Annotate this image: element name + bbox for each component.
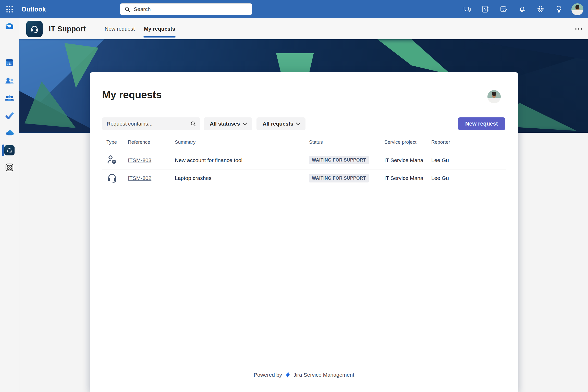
status-badge: WAITING FOR SUPPORT bbox=[309, 156, 369, 164]
notifications-bell-icon bbox=[518, 5, 526, 13]
status-filter-value: All statuses bbox=[210, 121, 240, 127]
jira-service-management-label: Jira Service Management bbox=[293, 372, 354, 378]
request-filter-box bbox=[102, 117, 200, 130]
outlook-mail-icon bbox=[5, 22, 14, 31]
notifications-button[interactable] bbox=[513, 0, 531, 18]
tips-button[interactable] bbox=[550, 0, 568, 18]
status-badge: WAITING FOR SUPPORT bbox=[309, 174, 369, 182]
onenote-icon bbox=[481, 5, 489, 13]
active-app-indicator bbox=[2, 144, 4, 156]
table-header-row: Type Reference Summary Status Service pr… bbox=[102, 133, 506, 151]
global-search-input[interactable] bbox=[134, 6, 248, 12]
new-request-button[interactable]: New request bbox=[458, 117, 505, 130]
app-sidebar bbox=[0, 18, 19, 392]
service-project-cell: IT Service Manage bbox=[384, 175, 423, 181]
it-support-headset-app-icon bbox=[4, 145, 15, 155]
chat-button[interactable] bbox=[458, 0, 476, 18]
people-icon bbox=[5, 76, 14, 85]
tasks-button[interactable] bbox=[495, 0, 513, 18]
header-tabs: New request My requests bbox=[95, 18, 175, 39]
search-icon bbox=[190, 120, 196, 127]
request-reference-link[interactable]: ITSM-803 bbox=[128, 157, 175, 163]
reporter-cell: Lee Gu bbox=[431, 157, 506, 163]
outlook-top-bar: Outlook bbox=[0, 0, 588, 18]
tips-lightbulb-icon bbox=[555, 5, 563, 13]
tab-my-requests[interactable]: My requests bbox=[144, 18, 175, 39]
reporter-cell: Lee Gu bbox=[431, 175, 506, 181]
col-reference: Reference bbox=[128, 139, 175, 145]
app-launcher-button[interactable] bbox=[0, 0, 19, 18]
profile-avatar bbox=[571, 3, 583, 15]
global-search-box[interactable] bbox=[120, 3, 252, 15]
table-row: ITSM-803 New account for finance tool WA… bbox=[102, 151, 506, 169]
powered-by-label: Powered by bbox=[254, 372, 282, 378]
headset-icon bbox=[106, 172, 128, 184]
request-filter-input[interactable] bbox=[107, 121, 190, 127]
settings-button[interactable] bbox=[531, 0, 550, 18]
sidebar-item-more-apps[interactable] bbox=[0, 161, 19, 174]
col-status: Status bbox=[309, 139, 384, 145]
it-support-app-icon bbox=[26, 21, 43, 37]
chevron-down-icon bbox=[296, 122, 300, 125]
more-options-button[interactable] bbox=[575, 18, 582, 39]
onenote-button[interactable] bbox=[476, 0, 495, 18]
sidebar-item-groups[interactable] bbox=[0, 92, 19, 105]
topbar-actions bbox=[458, 0, 586, 18]
table-row: ITSM-802 Laptop crashes WAITING FOR SUPP… bbox=[102, 169, 506, 187]
sidebar-item-it-support[interactable] bbox=[0, 144, 19, 157]
request-type-filter-dropdown[interactable]: All requests bbox=[256, 117, 305, 130]
jira-logo-icon bbox=[284, 371, 291, 378]
calendar-icon bbox=[5, 58, 14, 67]
table-empty-area bbox=[102, 187, 506, 224]
sidebar-item-mail[interactable] bbox=[0, 20, 19, 33]
page-title: IT Support bbox=[49, 25, 86, 33]
profile-button[interactable] bbox=[568, 0, 586, 18]
card-title: My requests bbox=[102, 89, 162, 101]
service-project-cell: IT Service Manage bbox=[384, 157, 423, 163]
sidebar-item-people[interactable] bbox=[0, 74, 19, 87]
col-reporter: Reporter bbox=[431, 139, 506, 145]
more-apps-icon bbox=[5, 163, 14, 172]
sidebar-item-todo[interactable] bbox=[0, 109, 19, 122]
search-icon bbox=[124, 6, 130, 12]
request-reference-link[interactable]: ITSM-802 bbox=[128, 175, 175, 181]
card-footer: Powered by Jira Service Management bbox=[90, 371, 518, 378]
col-summary: Summary bbox=[175, 139, 309, 145]
chevron-down-icon bbox=[243, 122, 247, 125]
todo-check-icon bbox=[5, 111, 14, 120]
chat-icon bbox=[463, 5, 471, 13]
col-service-project: Service project bbox=[384, 139, 431, 145]
request-summary: Laptop crashes bbox=[175, 175, 309, 181]
request-type-filter-value: All requests bbox=[263, 121, 293, 127]
onedrive-cloud-icon bbox=[4, 128, 15, 138]
tasks-icon bbox=[500, 5, 508, 13]
settings-gear-icon bbox=[536, 5, 545, 13]
user-add-icon bbox=[106, 154, 128, 166]
app-launcher-waffle-icon bbox=[6, 6, 13, 13]
groups-icon bbox=[5, 93, 14, 103]
my-requests-card: My requests All statuses All requests Ne… bbox=[90, 72, 518, 392]
sidebar-item-calendar[interactable] bbox=[0, 56, 19, 69]
it-support-header: IT Support New request My requests bbox=[19, 18, 588, 39]
request-summary: New account for finance tool bbox=[175, 157, 309, 163]
outlook-brand-label: Outlook bbox=[21, 6, 46, 13]
user-avatar[interactable] bbox=[487, 90, 501, 103]
status-filter-dropdown[interactable]: All statuses bbox=[204, 117, 252, 130]
tab-new-request[interactable]: New request bbox=[105, 18, 135, 39]
col-type: Type bbox=[106, 139, 128, 145]
requests-table: Type Reference Summary Status Service pr… bbox=[102, 133, 506, 224]
sidebar-item-onedrive[interactable] bbox=[0, 127, 19, 140]
